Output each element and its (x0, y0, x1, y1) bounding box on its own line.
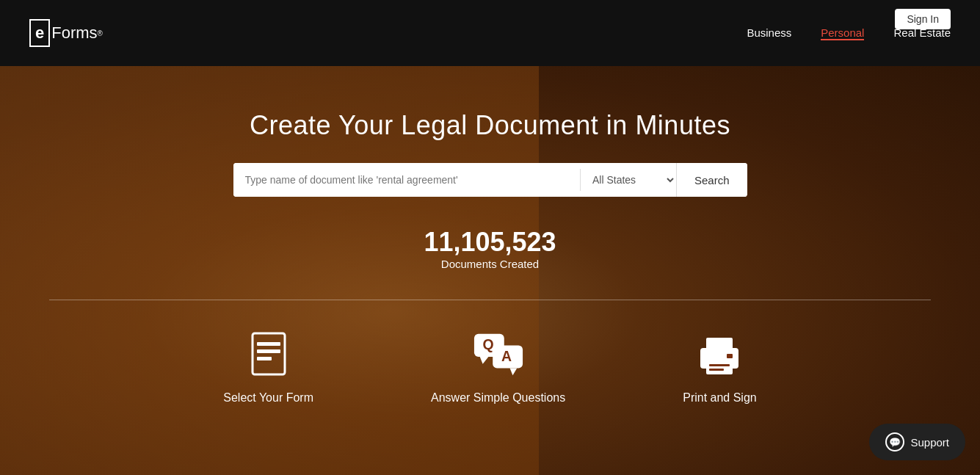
search-input[interactable] (233, 163, 580, 197)
svg-rect-13 (709, 364, 730, 366)
logo-reg: ® (98, 29, 103, 37)
step-answer-questions-label: Answer Simple Questions (431, 391, 565, 405)
divider (49, 300, 932, 300)
search-button[interactable]: Search (676, 163, 747, 197)
nav-business[interactable]: Business (747, 26, 791, 40)
hero-title: Create Your Legal Document in Minutes (250, 110, 730, 141)
header: e Forms® Sign In Business Personal Real … (0, 0, 980, 66)
svg-rect-0 (253, 333, 285, 374)
step-select-form: Select Your Form (223, 330, 313, 405)
counter-label: Documents Created (441, 258, 539, 270)
sign-in-button[interactable]: Sign In (895, 9, 951, 29)
support-label: Support (910, 436, 949, 449)
svg-text:Q: Q (482, 336, 493, 352)
counter-number: 11,105,523 (424, 226, 556, 258)
nav-personal[interactable]: Personal (821, 26, 864, 40)
support-icon: 💬 (885, 432, 904, 452)
logo-box: e (29, 19, 50, 47)
step-print-sign: Print and Sign (683, 330, 757, 405)
hero-content: Create Your Legal Document in Minutes Al… (0, 66, 980, 405)
svg-rect-1 (257, 342, 280, 346)
print-icon (694, 330, 745, 381)
logo-forms-text: Forms (51, 23, 97, 43)
svg-rect-15 (727, 354, 733, 358)
svg-marker-5 (479, 357, 488, 364)
svg-rect-12 (706, 360, 733, 374)
step-answer-questions: Q A Answer Simple Questions (431, 330, 565, 405)
support-button[interactable]: 💬 Support (869, 424, 965, 460)
qa-icon: Q A (473, 330, 524, 381)
svg-marker-8 (509, 368, 517, 375)
svg-rect-14 (709, 369, 724, 371)
state-select[interactable]: All States AlabamaAlaskaArizona Californ… (581, 163, 676, 197)
step-print-sign-label: Print and Sign (683, 391, 757, 405)
svg-rect-11 (706, 338, 733, 351)
svg-text:A: A (501, 347, 511, 363)
step-select-form-label: Select Your Form (223, 391, 313, 405)
logo[interactable]: e Forms® (29, 19, 103, 47)
steps-row: Select Your Form Q A Answer (0, 322, 980, 405)
svg-rect-2 (257, 349, 280, 353)
search-bar: All States AlabamaAlaskaArizona Californ… (233, 163, 747, 197)
hero-section: Create Your Legal Document in Minutes Al… (0, 66, 980, 475)
logo-e: e (35, 23, 44, 42)
form-icon (243, 330, 294, 381)
svg-rect-3 (257, 357, 272, 360)
